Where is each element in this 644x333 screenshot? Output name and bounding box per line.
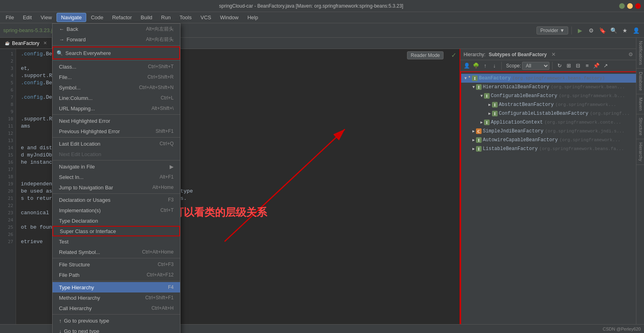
tree-expand-app[interactable]: ▶ <box>480 120 483 125</box>
hierarchy-settings-icon[interactable]: ⚙ <box>628 51 633 57</box>
sidebar-maven[interactable]: Maven <box>636 94 644 114</box>
menu-navigate[interactable]: Navigate <box>57 13 86 22</box>
nav-next-error[interactable]: Next Highlighted Error <box>53 116 180 126</box>
nav-search-everywhere[interactable]: 🔍 Search Everywhere <box>53 47 180 59</box>
hierarchy-tree-icon[interactable]: 🌳 <box>472 62 480 70</box>
tree-item-abstract[interactable]: ▶ I AbstractBeanFactory (org.springframe… <box>461 100 643 109</box>
nav-in-file[interactable]: Navigate in File ▶ <box>53 161 180 172</box>
nav-type-hierarchy[interactable]: Type Hierarchy F4 <box>53 282 180 292</box>
tree-expand-abstract[interactable]: ▶ <box>488 102 491 107</box>
nav-urlmapping[interactable]: URL Mapping... Alt+Shift+\ <box>53 103 180 114</box>
menu-run[interactable]: Run <box>157 13 175 22</box>
sidebar-database[interactable]: Database <box>636 69 644 94</box>
tree-expand-jndi[interactable]: ▶ <box>472 129 475 134</box>
title-bar: springCloud-car - BeanFactory.java [Mave… <box>0 0 644 12</box>
tree-node-pkg-5: (org.springf... <box>590 111 630 116</box>
nav-forward-label: Forward <box>67 37 86 43</box>
tab-close-icon[interactable]: ✕ <box>43 41 47 46</box>
tree-item-app-context[interactable]: ▶ I ApplicationContext (org.springframew… <box>461 118 643 127</box>
nav-symbol[interactable]: Symbol... Ctrl+Alt+Shift+N <box>53 82 180 93</box>
nav-prev-error[interactable]: Previous Highlighted Error Shift+F1 <box>53 126 180 136</box>
nav-last-edit[interactable]: Last Edit Location Ctrl+Q <box>53 138 180 149</box>
menu-window[interactable]: Window <box>216 13 243 22</box>
run-green-btn[interactable]: ▶ <box>575 26 585 35</box>
tree-node-pkg-7: (org.springframework.jndi.s... <box>545 129 624 134</box>
nav-sep-4 <box>53 137 180 138</box>
tree-item-autowire[interactable]: ▶ I AutowireCapableBeanFactory (org.spri… <box>461 136 643 144</box>
nav-sep-5 <box>53 160 180 160</box>
nav-file-path[interactable]: File Path Ctrl+Alt+F12 <box>53 270 180 280</box>
hierarchy-pin-icon[interactable]: 📌 <box>592 62 600 70</box>
nav-go-prev-type[interactable]: ↑ Go to previous type <box>53 315 180 326</box>
tree-item-configurable-listable[interactable]: ▶ I ConfigurableListableBeanFactory (org… <box>461 109 643 118</box>
nav-related-symbol[interactable]: Related Symbol... Ctrl+Alt+Home <box>53 247 180 257</box>
sidebar-notifications[interactable]: Notifications <box>636 38 644 69</box>
nav-select-in[interactable]: Select In... Alt+F1 <box>53 172 180 182</box>
nav-test[interactable]: Test <box>53 236 180 247</box>
tab-beanfactory[interactable]: ☕ BeanFactory ✕ <box>0 38 52 49</box>
menu-vcs[interactable]: VCS <box>196 13 215 22</box>
hierarchy-arrow-down-icon[interactable]: ↓ <box>490 62 498 70</box>
nav-go-next-type[interactable]: ↓ Go to next type <box>53 326 180 333</box>
reader-mode-button[interactable]: Reader Mode <box>407 51 444 59</box>
nav-implementations[interactable]: Implementation(s) Ctrl+T <box>53 205 180 215</box>
tree-item-configurable[interactable]: ▼ I ConfigurableBeanFactory (org.springf… <box>461 91 643 100</box>
hierarchy-arrow-up-icon[interactable]: ↑ <box>481 62 489 70</box>
settings-btn[interactable]: ⚙ <box>586 26 596 35</box>
nav-type-declaration[interactable]: Type Declaration <box>53 215 180 226</box>
hierarchy-person-icon[interactable]: 👤 <box>463 62 471 70</box>
window-controls <box>619 3 641 9</box>
menu-build[interactable]: Build <box>137 13 156 22</box>
tree-item-simple-jndi[interactable]: ▶ C SimpleJndiBeanFactory (org.springfra… <box>461 127 643 136</box>
menu-edit[interactable]: Edit <box>19 13 36 22</box>
hierarchy-expand-icon[interactable]: ⊞ <box>565 62 573 70</box>
minimize-button[interactable] <box>619 3 625 9</box>
tree-expand-listable[interactable]: ▶ <box>472 146 475 151</box>
tree-item-hierarchical[interactable]: ▼ I HierarchicalBeanFactory (org.springf… <box>461 83 643 91</box>
nav-method-hierarchy[interactable]: Method Hierarchy Ctrl+Shift+F1 <box>53 292 180 303</box>
hierarchy-collapse-icon[interactable]: ⊟ <box>574 62 582 70</box>
hierarchy-refresh-icon[interactable]: ↻ <box>555 62 563 70</box>
tree-expand-hierarchical[interactable]: ▼ <box>472 85 475 89</box>
nav-back[interactable]: ← Back Alt+向左箭头 <box>53 24 180 34</box>
nav-jump-navbar[interactable]: Jump to Navigation Bar Alt+Home <box>53 182 180 193</box>
nav-class[interactable]: Class... Ctrl+Shift+T <box>53 61 180 72</box>
profile-btn[interactable]: 👤 <box>631 26 641 35</box>
nav-super-class[interactable]: Super Class or Interface <box>53 226 180 236</box>
hierarchy-tree[interactable]: ▼ * I BeanFactory (org.springframework.b… <box>460 71 644 333</box>
hierarchy-export-icon[interactable]: ↗ <box>601 62 610 70</box>
sidebar-hierarchy[interactable]: Hierarchy <box>636 139 644 165</box>
sidebar-structure[interactable]: Structure <box>636 114 644 139</box>
search-btn[interactable]: 🔍 <box>609 26 618 35</box>
nav-call-hierarchy[interactable]: Call Hierarchy Ctrl+Alt+H <box>53 303 180 313</box>
interface-icon-5: I <box>492 111 498 116</box>
menu-help[interactable]: Help <box>243 13 262 22</box>
tree-item-listable[interactable]: ▶ I ListableBeanFactory (org.springframe… <box>461 144 643 153</box>
nav-linecolumn[interactable]: Line:Column... Ctrl+L <box>53 93 180 103</box>
nav-file[interactable]: File... Ctrl+Shift+R <box>53 72 180 82</box>
nav-go-prev-label: Go to previous type <box>64 318 109 324</box>
hierarchy-close-icon[interactable]: ✕ <box>551 51 556 57</box>
hierarchy-sort-icon[interactable]: ≡ <box>583 62 591 70</box>
menu-code[interactable]: Code <box>87 13 107 22</box>
nav-declaration[interactable]: Declaration or Usages F3 <box>53 195 180 205</box>
tree-expand-cl[interactable]: ▶ <box>488 111 491 116</box>
hierarchy-subtitle-label: Subtypes of BeanFactory <box>489 52 547 57</box>
star-toolbar-btn[interactable]: ★ <box>620 26 630 35</box>
nav-file-structure[interactable]: File Structure Ctrl+F3 <box>53 259 180 270</box>
menu-refactor[interactable]: Refactor <box>108 13 136 22</box>
provider-dropdown[interactable]: Provider ▼ <box>537 26 568 35</box>
tree-expand-autowire[interactable]: ▶ <box>472 138 475 142</box>
menu-view[interactable]: View <box>36 13 56 22</box>
maximize-button[interactable] <box>627 3 633 9</box>
nav-forward[interactable]: → Forward Alt+向右箭头 <box>53 34 180 45</box>
tree-item-beanfactory[interactable]: ▼ * I BeanFactory (org.springframework.b… <box>461 74 643 83</box>
menu-file[interactable]: File <box>2 13 18 22</box>
tree-node-name-8: AutowireCapableBeanFactory <box>483 137 558 143</box>
tree-expand-configurable[interactable]: ▼ <box>480 94 483 98</box>
tree-expand-beanfactory[interactable]: ▼ <box>464 76 467 81</box>
scope-select[interactable]: All Project <box>522 62 549 70</box>
menu-tools[interactable]: Tools <box>176 13 196 22</box>
close-button[interactable] <box>635 3 641 9</box>
bookmark-btn[interactable]: 🔖 <box>597 26 607 35</box>
